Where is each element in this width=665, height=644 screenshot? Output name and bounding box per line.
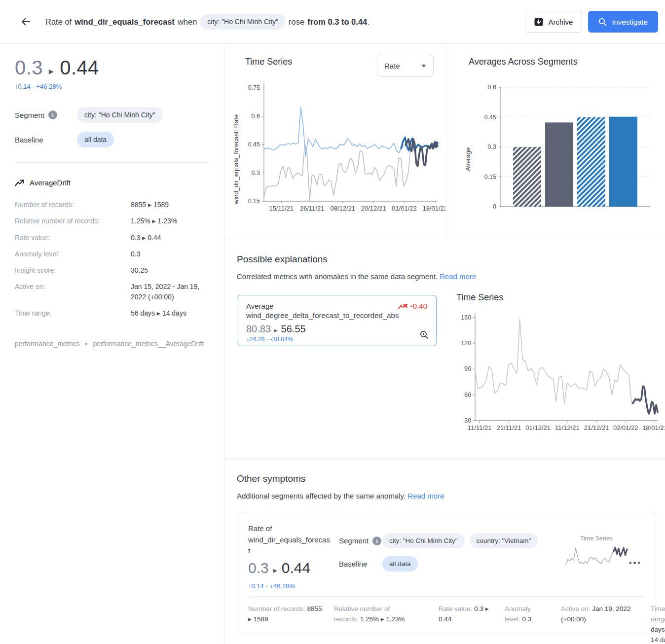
symptom-segment-rows: Segment city: "Ho Chi Minh City" country… [339,533,538,572]
stat-value: 56 days ▸ 14 days [131,308,186,318]
read-more-link[interactable]: Read more [440,272,476,281]
baseline-chip[interactable]: all data [77,132,114,147]
stat-cell: Anomaly level:0.3 [505,604,553,644]
stat-cell: Number of records:8855 ▸ 1589 [248,604,326,644]
symptom-delta: ↑0.14 · +46.28% [248,582,295,590]
stat-label: Rate value: [15,233,131,243]
investigate-button[interactable]: Investigate [588,11,658,33]
more-options-icon[interactable] [629,562,640,564]
headline-segment-chip[interactable]: city: "Ho Chi Minh City" [200,14,286,30]
correlation-number: -0.40 [410,302,427,310]
segment-chip[interactable]: city: "Ho Chi Minh City" [382,533,465,548]
breadcrumb-separator: • [85,340,88,348]
stat-value: 1.25% ▸ 1.23% [131,216,177,226]
svg-text:18/01/22: 18/01/22 [422,205,445,212]
explanations-subtitle-text: Correlated metrics with anomalies in the… [237,272,438,281]
explanation-time-series-chart[interactable]: 30609012015011/11/2121/11/2101/12/2111/1… [452,307,665,440]
symptom-metric-name: Rate of wind_dir_equals_forecast [248,523,331,557]
svg-text:0.6: 0.6 [488,84,496,91]
stat-value: Jan 15, 2022 - Jan 19, 2022 (+00:00) [131,282,209,302]
symptoms-subtitle-text: Additional segments affected by the same… [237,492,406,500]
svg-text:02/01/22: 02/01/22 [613,424,638,431]
averages-panel: Averages Across Segments Average 00.150.… [446,44,665,239]
baseline-label: Baseline [339,560,382,568]
read-more-link[interactable]: Read more [407,492,444,500]
stat-label: Anomaly level: [15,249,131,259]
stat-row: Number of records:8855 ▸ 1589 [15,200,209,210]
archive-button[interactable]: Archive [525,11,582,33]
svg-text:08/12/21: 08/12/21 [331,205,356,212]
stat-label: Number of records: [15,200,131,210]
segment-chip[interactable]: city: "Ho Chi Minh City" [77,107,163,123]
stat-row: Anomaly level:0.3 [15,249,209,259]
svg-text:11/12/21: 11/12/21 [555,424,580,431]
stat-label: Insight score: [15,265,131,275]
divider [15,162,209,163]
symptom-value-to: 0.44 [282,560,310,576]
stat-label: Number of records: [248,605,305,612]
headline-metric: wind_dir_equals_forecast [74,17,175,27]
baseline-label: Baseline [15,136,63,144]
stat-cell: Time range:56 days ▸ 14 days [651,604,665,644]
breadcrumb-dataset[interactable]: performance_metrics [15,340,80,348]
metric-select[interactable]: Rate [377,55,434,77]
correlation-icon [398,303,408,309]
svg-text:0.15: 0.15 [484,174,496,180]
svg-text:20/12/21: 20/12/21 [361,205,386,212]
svg-text:26/11/21: 26/11/21 [300,205,325,212]
zoom-in-icon[interactable] [420,330,429,339]
segment-label: Segment [15,110,63,119]
symptoms-section: Other symptoms Additional segments affec… [224,459,665,644]
explanation-value-change: 80.83 ▸ 56.55 [246,323,427,335]
explanation-card[interactable]: Average -0.40 wind_degree_delta_forecast… [237,295,437,346]
symptom-value-change: 0.3 ▸ 0.44 [248,560,310,576]
arrow-left-icon [20,16,32,28]
time-series-chart[interactable]: 0.150.30.450.60.7515/11/2126/11/2108/12/… [238,76,445,222]
segment-chip[interactable]: country: "Vietnam" [470,533,538,548]
averages-bar-chart[interactable]: 00.150.30.450.6 [446,76,664,224]
symptoms-title: Other symptoms [237,473,305,484]
metric-row: AverageDrift [15,179,209,187]
back-button[interactable] [20,16,32,28]
explanations-section: Possible explanations Correlated metrics… [224,239,665,459]
stat-label: Relative number of records: [15,216,131,226]
explanations-title: Possible explanations [237,254,328,265]
explanation-value-to: 56.55 [281,323,306,335]
symptom-card[interactable]: Rate of wind_dir_equals_forecast 0.3 ▸ 0… [237,512,656,634]
value-from: 0.3 [15,57,43,79]
explanation-delta: ↓24.28 · -30.04% [246,336,427,343]
baseline-chip[interactable]: all data [382,556,418,572]
time-series-panel: Time Series Rate wind_dir_equals_forecas… [224,44,446,239]
explanation-metric-name: wind_degree_delta_forecast_to_recorded_a… [246,311,427,320]
stat-cell: Active on:Jan 19, 2022 (+00:00) [561,604,643,644]
stats-list: Number of records:8855 ▸ 1589 Relative n… [15,200,209,318]
summary-panel: 0.3 ▸ 0.44 ↑0.14 · +46.28% Segment city:… [0,44,224,644]
svg-text:0: 0 [493,203,496,210]
headline-suffix: . [367,17,369,27]
correlation-value: -0.40 [398,302,427,310]
svg-text:01/01/22: 01/01/22 [392,205,417,212]
sparkline-chart[interactable] [564,543,628,573]
breadcrumb-metric[interactable]: performance_metrics__AverageDrift [93,340,204,348]
svg-text:0.45: 0.45 [248,141,260,148]
svg-text:120: 120 [461,340,471,347]
stat-value: 0.3 [522,615,532,623]
info-icon[interactable] [48,110,57,119]
insight-detail-page: Rate of wind_dir_equals_forecast when ci… [0,0,665,644]
stat-value: 30.25 [131,265,148,275]
time-series-title: Time Series [245,57,292,67]
svg-text:0.6: 0.6 [252,113,260,120]
topbar-actions: Archive Investigate [525,11,658,33]
stat-row: Active on:Jan 15, 2022 - Jan 19, 2022 (+… [15,282,209,302]
stat-label: Active on: [561,605,590,612]
segment-label-text: Segment [339,537,369,545]
arrow-right-icon: ▸ [273,566,277,575]
baseline-row: Baseline all data [15,132,209,147]
value-to: 0.44 [60,57,99,79]
stat-label: Active on: [15,282,131,302]
stat-row: Time range:56 days ▸ 14 days [15,308,209,318]
info-icon[interactable] [372,537,381,545]
symptoms-subtitle: Additional segments affected by the same… [237,492,444,500]
svg-text:15/11/21: 15/11/21 [269,205,294,212]
explanation-chart-title: Time Series [456,292,503,303]
